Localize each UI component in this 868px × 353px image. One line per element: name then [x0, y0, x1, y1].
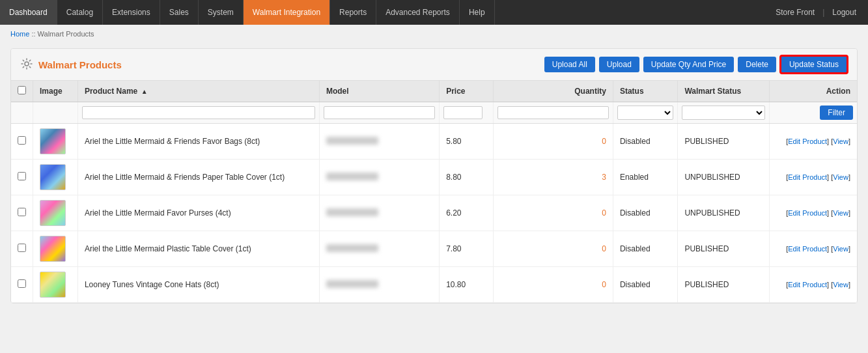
row-checkbox[interactable]	[18, 172, 26, 180]
gear-icon	[20, 57, 33, 72]
breadcrumb: Home :: Walmart Products	[0, 25, 868, 43]
row-checkbox[interactable]	[18, 244, 26, 252]
col-price: Price	[440, 81, 494, 102]
row-quantity: 0	[493, 195, 613, 231]
edit-product-link[interactable]: Edit Product	[788, 137, 827, 145]
nav-store-front[interactable]: Store Front	[770, 8, 820, 17]
filter-button-cell: Filter	[769, 102, 857, 124]
nav-item-reports[interactable]: Reports	[330, 0, 376, 25]
view-link[interactable]: View	[833, 209, 848, 217]
breadcrumb-home[interactable]: Home	[10, 30, 29, 38]
row-checkbox-cell	[11, 195, 33, 231]
row-image-cell	[33, 124, 78, 160]
panel-actions: Upload All Upload Update Qty And Price D…	[544, 55, 848, 74]
top-navigation: Dashboard Catalog Extensions Sales Syste…	[0, 0, 868, 25]
row-model	[319, 160, 439, 195]
filter-price-input[interactable]	[443, 106, 483, 119]
row-quantity: 0	[493, 124, 613, 160]
edit-product-link[interactable]: Edit Product	[788, 209, 827, 217]
row-checkbox-cell	[11, 231, 33, 267]
walmart-products-panel: Walmart Products Upload All Upload Updat…	[10, 48, 858, 304]
nav-item-extensions[interactable]: Extensions	[103, 0, 160, 25]
edit-product-link[interactable]: Edit Product	[788, 173, 827, 181]
update-status-button[interactable]: Update Status	[780, 55, 848, 74]
filter-walmart-status-select[interactable]: PUBLISHED UNPUBLISHED	[682, 106, 764, 120]
breadcrumb-current: Walmart Products	[38, 30, 94, 38]
filter-walmart-status-cell: PUBLISHED UNPUBLISHED	[678, 102, 769, 124]
filter-checkbox-cell	[11, 102, 33, 124]
row-walmart-status: UNPUBLISHED	[678, 160, 769, 195]
row-price: 10.80	[440, 267, 494, 303]
svg-point-0	[25, 62, 29, 66]
nav-item-walmart[interactable]: Walmart Integration	[244, 0, 330, 25]
row-status: Disabled	[613, 124, 677, 160]
row-model	[319, 124, 439, 160]
col-product-name[interactable]: Product Name ▲	[77, 81, 319, 102]
row-image-cell	[33, 231, 78, 267]
filter-status-select[interactable]: Enabled Disabled	[617, 106, 673, 120]
panel-header: Walmart Products Upload All Upload Updat…	[11, 49, 857, 81]
upload-all-button[interactable]: Upload All	[544, 57, 595, 72]
view-link[interactable]: View	[833, 137, 848, 145]
table-row: Ariel the Little Mermaid Favor Purses (4…	[11, 195, 857, 231]
upload-button[interactable]: Upload	[599, 57, 639, 72]
filter-status-cell: Enabled Disabled	[613, 102, 677, 124]
row-walmart-status: PUBLISHED	[678, 124, 769, 160]
filter-name-input[interactable]	[82, 106, 315, 119]
row-actions: [Edit Product] [View]	[769, 124, 857, 160]
filter-name-cell	[77, 102, 319, 124]
nav-item-sales[interactable]: Sales	[160, 0, 199, 25]
edit-product-link[interactable]: Edit Product	[788, 281, 827, 289]
view-link[interactable]: View	[833, 173, 848, 181]
model-blurred	[326, 244, 378, 252]
update-qty-price-button[interactable]: Update Qty And Price	[643, 57, 734, 72]
nav-item-system[interactable]: System	[199, 0, 244, 25]
row-price: 8.80	[440, 160, 494, 195]
select-all-checkbox[interactable]	[18, 86, 26, 94]
nav-item-catalog[interactable]: Catalog	[57, 0, 103, 25]
row-quantity: 0	[493, 267, 613, 303]
row-status: Disabled	[613, 195, 677, 231]
filter-button[interactable]: Filter	[820, 106, 853, 120]
nav-item-help[interactable]: Help	[460, 0, 495, 25]
filter-quantity-input[interactable]	[497, 106, 609, 119]
row-checkbox[interactable]	[18, 136, 26, 145]
panel-title-area: Walmart Products	[20, 57, 122, 72]
table-header-row: Image Product Name ▲ Model Price Quantit…	[11, 81, 857, 102]
col-checkbox	[11, 81, 33, 102]
product-image	[40, 164, 66, 190]
row-walmart-status: PUBLISHED	[678, 267, 769, 303]
filter-model-input[interactable]	[324, 106, 435, 119]
model-blurred	[326, 173, 378, 180]
row-model	[319, 267, 439, 303]
row-name: Ariel the Little Mermaid & Friends Favor…	[77, 124, 319, 160]
row-image-cell	[33, 267, 78, 303]
row-actions: [Edit Product] [View]	[769, 231, 857, 267]
product-image	[40, 200, 66, 226]
view-link[interactable]: View	[833, 281, 848, 289]
edit-product-link[interactable]: Edit Product	[788, 245, 827, 253]
nav-logout[interactable]: Logout	[827, 8, 861, 17]
nav-item-advanced-reports[interactable]: Advanced Reports	[376, 0, 460, 25]
row-name: Ariel the Little Mermaid Favor Purses (4…	[77, 195, 319, 231]
row-checkbox[interactable]	[18, 208, 26, 216]
row-quantity: 3	[493, 160, 613, 195]
row-name: Looney Tunes Vintage Cone Hats (8ct)	[77, 267, 319, 303]
row-checkbox[interactable]	[18, 279, 26, 288]
nav-left: Dashboard Catalog Extensions Sales Syste…	[0, 0, 495, 25]
col-quantity: Quantity	[493, 81, 613, 102]
row-name: Ariel the Little Mermaid Plastic Table C…	[77, 231, 319, 267]
panel-title: Walmart Products	[38, 59, 122, 70]
row-actions: [Edit Product] [View]	[769, 160, 857, 195]
delete-button[interactable]: Delete	[738, 57, 776, 72]
row-quantity: 0	[493, 231, 613, 267]
model-blurred	[326, 280, 378, 288]
sort-arrow-name: ▲	[141, 88, 148, 95]
row-price: 7.80	[440, 231, 494, 267]
row-checkbox-cell	[11, 124, 33, 160]
nav-item-dashboard[interactable]: Dashboard	[0, 0, 57, 25]
col-action: Action	[769, 81, 857, 102]
view-link[interactable]: View	[833, 245, 848, 253]
products-table-container: Image Product Name ▲ Model Price Quantit…	[11, 81, 857, 303]
row-status: Disabled	[613, 267, 677, 303]
